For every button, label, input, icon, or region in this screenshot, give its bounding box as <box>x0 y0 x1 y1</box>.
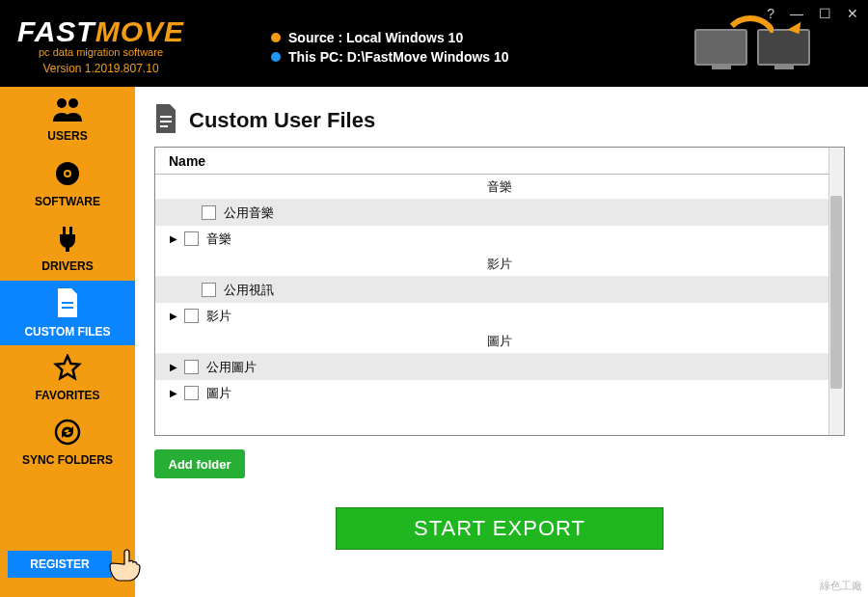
thispc-label: This PC: D:\FastMove Windows 10 <box>288 49 509 65</box>
start-export-label: START EXPORT <box>414 516 585 541</box>
list-item[interactable]: ▶ 影片 <box>155 303 844 329</box>
file-page-icon <box>154 104 177 137</box>
sidebar-item-label: CUSTOM FILES <box>24 325 110 339</box>
maximize-button[interactable]: ☐ <box>819 6 831 21</box>
sidebar-item-favorites[interactable]: FAVORITES <box>0 345 135 410</box>
sidebar-item-label: FAVORITES <box>35 389 99 402</box>
star-icon <box>53 354 82 386</box>
item-label: 公用視訊 <box>224 282 274 299</box>
sidebar-item-label: DRIVERS <box>41 259 93 273</box>
thispc-dot-icon <box>271 52 281 62</box>
svg-rect-11 <box>160 116 172 118</box>
transfer-illustration <box>694 19 810 72</box>
plug-icon <box>54 225 81 257</box>
start-export-button[interactable]: START EXPORT <box>336 507 664 550</box>
svg-point-0 <box>57 98 67 108</box>
checkbox[interactable] <box>202 205 216 220</box>
sidebar-item-users[interactable]: USERS <box>0 87 135 151</box>
svg-rect-8 <box>62 302 73 304</box>
column-header-name[interactable]: Name <box>155 148 844 175</box>
page-title: Custom User Files <box>189 108 375 133</box>
item-label: 音樂 <box>206 231 231 248</box>
watermark: 綠色工廠 <box>820 579 862 593</box>
version-label: Version 1.2019.807.10 <box>17 62 184 75</box>
sync-icon <box>54 419 81 450</box>
svg-point-4 <box>66 172 69 176</box>
app-header: FASTMOVE pc data migration software Vers… <box>0 0 868 87</box>
list-item[interactable]: ▶ 圖片 <box>155 380 844 406</box>
checkbox[interactable] <box>184 231 199 246</box>
svg-rect-5 <box>63 227 66 234</box>
window-controls: ? — ☐ ✕ <box>767 6 858 21</box>
sidebar-item-custom-files[interactable]: CUSTOM FILES <box>0 281 135 345</box>
scrollbar[interactable] <box>828 148 844 435</box>
scrollbar-thumb[interactable] <box>830 196 842 389</box>
checkbox[interactable] <box>184 309 199 323</box>
logo-text-move: MOVE <box>95 15 184 48</box>
register-button[interactable]: REGISTER <box>8 551 112 578</box>
file-icon <box>56 288 79 322</box>
register-label: REGISTER <box>30 557 89 571</box>
list-item[interactable]: ▶ 公用圖片 <box>155 354 844 380</box>
sidebar-item-label: USERS <box>47 129 87 143</box>
list-item[interactable]: ▶ 音樂 <box>155 226 844 252</box>
svg-rect-7 <box>66 246 69 252</box>
expander-icon[interactable]: ▶ <box>167 388 180 398</box>
svg-rect-12 <box>160 121 172 122</box>
item-label: 公用圖片 <box>206 359 257 376</box>
source-dot-icon <box>271 33 281 42</box>
help-button[interactable]: ? <box>767 6 774 21</box>
checkbox[interactable] <box>184 360 199 374</box>
source-label: Source : Local Windows 10 <box>288 30 463 45</box>
logo-tagline: pc data migration software <box>17 46 184 58</box>
svg-rect-9 <box>62 307 73 309</box>
sidebar: USERS SOFTWARE DRIVERS CUSTOM FILES FAVO <box>0 87 135 597</box>
item-label: 影片 <box>206 308 231 325</box>
source-info: Source : Local Windows 10 This PC: D:\Fa… <box>271 28 509 67</box>
checkbox[interactable] <box>184 386 199 400</box>
item-label: 圖片 <box>206 385 231 402</box>
file-list: Name 音樂 公用音樂 ▶ 音樂 影片 公用視訊 ▶ 影片 <box>154 147 845 436</box>
category-video: 影片 <box>155 252 844 277</box>
sidebar-item-drivers[interactable]: DRIVERS <box>0 216 135 281</box>
checkbox[interactable] <box>202 283 216 297</box>
category-pictures: 圖片 <box>155 329 844 354</box>
svg-point-1 <box>68 98 78 108</box>
sidebar-item-software[interactable]: SOFTWARE <box>0 151 135 216</box>
sidebar-item-label: SOFTWARE <box>35 195 100 208</box>
expander-icon[interactable]: ▶ <box>167 311 180 321</box>
expander-icon[interactable]: ▶ <box>167 233 180 244</box>
item-label: 公用音樂 <box>224 204 274 222</box>
svg-rect-6 <box>69 227 72 234</box>
sidebar-item-label: SYNC FOLDERS <box>22 453 113 467</box>
list-item[interactable]: 公用視訊 <box>155 277 844 303</box>
category-music: 音樂 <box>155 175 844 200</box>
list-item[interactable]: 公用音樂 <box>155 200 844 226</box>
expander-icon[interactable]: ▶ <box>167 362 180 372</box>
sidebar-item-sync-folders[interactable]: SYNC FOLDERS <box>0 410 135 475</box>
users-icon <box>53 96 82 126</box>
main-panel: Custom User Files Name 音樂 公用音樂 ▶ 音樂 影片 公… <box>135 87 868 597</box>
add-folder-label: Add folder <box>169 457 231 472</box>
disc-icon <box>54 160 81 192</box>
app-logo: FASTMOVE pc data migration software Vers… <box>17 15 184 75</box>
logo-text-fast: FAST <box>17 15 95 48</box>
close-button[interactable]: ✕ <box>847 6 858 21</box>
add-folder-button[interactable]: Add folder <box>154 449 245 478</box>
svg-rect-13 <box>160 125 168 127</box>
minimize-button[interactable]: — <box>790 6 803 21</box>
